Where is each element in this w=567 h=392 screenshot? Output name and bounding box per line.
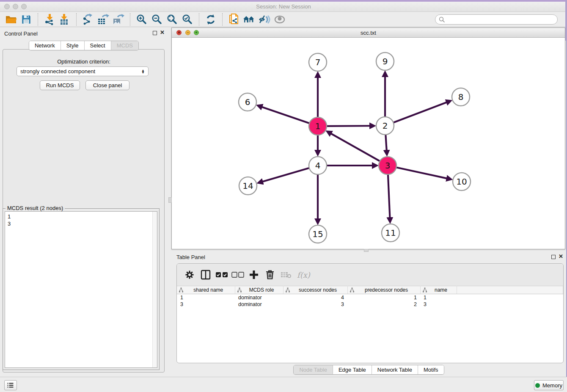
table-toolbar: f(x) — [177, 264, 563, 286]
mcds-result-list[interactable]: 13 — [5, 211, 157, 368]
column-header-MCDS-role[interactable]: MCDS role — [235, 286, 283, 294]
node-label-15: 15 — [312, 229, 323, 239]
criterion-dropdown[interactable]: strongly connected component ▲▼ — [17, 66, 149, 76]
criterion-value: strongly connected component — [20, 68, 95, 75]
node-label-10: 10 — [456, 177, 467, 187]
toolbar-separator — [76, 13, 77, 26]
network-window-titlebar[interactable]: ✕ − + scc.txt — [172, 28, 565, 38]
mcds-result-line: 1 — [8, 213, 154, 220]
unchecked-boxes-icon[interactable] — [231, 268, 245, 282]
toolbar-separator — [222, 13, 223, 26]
cell-predecessor-nodes[interactable]: 1 — [347, 294, 420, 301]
tab-motifs[interactable]: Motifs — [418, 365, 444, 374]
scrollbar-track[interactable] — [152, 212, 157, 367]
titlebar: Session: New Session — [0, 2, 567, 12]
refresh-layout-icon[interactable] — [203, 13, 218, 26]
import-network-icon[interactable] — [42, 13, 57, 26]
eye-disabled-icon — [272, 13, 287, 26]
checked-boxes-icon[interactable] — [215, 268, 228, 282]
table-row[interactable]: 3dominator323 — [177, 301, 563, 308]
node-table: shared nameMCDS rolesuccessor nodesprede… — [177, 286, 563, 308]
close-table-panel-icon[interactable]: ✕ — [559, 254, 563, 259]
cell-shared-name[interactable]: 1 — [177, 294, 235, 301]
tab-network-table[interactable]: Network Table — [372, 365, 418, 374]
tab-edge-table[interactable]: Edge Table — [333, 365, 372, 374]
node-label-8: 8 — [458, 92, 464, 102]
node-label-1: 1 — [315, 121, 321, 131]
delete-column-icon[interactable] — [263, 268, 277, 282]
close-panel-button[interactable]: Close panel — [85, 80, 129, 90]
tab-select[interactable]: Select — [85, 41, 111, 50]
network-canvas[interactable]: 7968124314101511 — [172, 38, 565, 249]
zoom-selected-icon[interactable] — [180, 13, 195, 26]
control-panel: Control Panel ✕ NetworkStyleSelectMCDS O… — [0, 27, 168, 376]
edge-2-3[interactable] — [385, 134, 386, 150]
desktop-edge-top — [0, 0, 567, 2]
open-folder-icon[interactable] — [3, 13, 19, 26]
tab-style[interactable]: Style — [61, 41, 85, 50]
zoom-out-icon[interactable] — [149, 13, 165, 26]
node-label-11: 11 — [385, 228, 396, 238]
attribute-type-icon — [350, 287, 355, 293]
float-panel-icon[interactable] — [153, 31, 157, 35]
edge-3-10[interactable] — [396, 167, 447, 178]
hide-show-icon[interactable] — [257, 13, 272, 26]
column-header-predecessor-nodes[interactable]: predecessor nodes — [347, 286, 420, 294]
cell-MCDS-role[interactable]: dominator — [235, 294, 283, 301]
memory-status-icon — [535, 383, 540, 388]
close-panel-icon[interactable]: ✕ — [160, 30, 165, 36]
function-builder-label: f(x) — [297, 271, 310, 279]
desktop-edge-right — [565, 0, 567, 41]
float-table-panel-icon[interactable] — [551, 255, 556, 259]
edge-1-6[interactable] — [262, 107, 310, 124]
node-label-7: 7 — [315, 57, 321, 67]
tab-network[interactable]: Network — [29, 41, 61, 50]
vertical-splitter-grip[interactable] — [168, 197, 172, 203]
split-columns-icon[interactable] — [199, 268, 212, 282]
settings-gear-icon[interactable] — [183, 268, 196, 282]
edge-3-11[interactable] — [388, 174, 390, 218]
horizontal-splitter-grip[interactable] — [364, 249, 369, 252]
network-graph[interactable]: 7968124314101511 — [172, 38, 565, 249]
search-input[interactable] — [447, 17, 554, 22]
cell-successor-nodes[interactable]: 3 — [283, 301, 347, 308]
cell-shared-name[interactable]: 3 — [177, 301, 235, 308]
cell-name[interactable]: 1 — [420, 294, 457, 301]
main-toolbar — [0, 12, 567, 27]
toolbar-separator — [199, 13, 199, 26]
tab-node-table[interactable]: Node Table — [294, 365, 333, 374]
clone-network-icon[interactable] — [226, 13, 242, 26]
edge-2-8[interactable] — [393, 102, 447, 123]
column-header-shared-name[interactable]: shared name — [177, 286, 235, 294]
node-label-9: 9 — [383, 56, 388, 66]
zoom-in-icon[interactable] — [134, 13, 149, 26]
run-mcds-button[interactable]: Run MCDS — [40, 80, 80, 90]
attribute-type-icon — [179, 287, 184, 293]
edge-4-14[interactable] — [263, 168, 310, 182]
cell-successor-nodes[interactable]: 4 — [283, 294, 347, 301]
cell-name[interactable]: 3 — [420, 301, 457, 308]
show-panels-menu-button[interactable] — [4, 380, 17, 390]
search-box[interactable] — [435, 14, 558, 25]
export-image-icon[interactable] — [111, 13, 126, 26]
tab-mcds[interactable]: MCDS — [111, 41, 138, 50]
mcds-result-line: 3 — [8, 220, 154, 227]
column-header-name[interactable]: name — [420, 286, 457, 294]
zoom-fit-icon[interactable] — [165, 13, 180, 26]
first-neighbors-icon[interactable] — [242, 13, 257, 26]
cell-predecessor-nodes[interactable]: 2 — [347, 301, 420, 308]
export-table-icon[interactable] — [96, 13, 111, 26]
export-network-icon[interactable] — [80, 13, 96, 26]
cell-MCDS-role[interactable]: dominator — [235, 301, 283, 308]
session-title: Session: New Session — [0, 3, 567, 10]
edge-1-2[interactable] — [326, 126, 370, 126]
control-panel-title: Control Panel — [4, 30, 38, 37]
mcds-result-box: MCDS result (2 nodes) 13 — [3, 208, 160, 370]
column-header-successor-nodes[interactable]: successor nodes — [283, 286, 347, 294]
table-row[interactable]: 1dominator411 — [177, 294, 563, 301]
edge-3-1[interactable] — [331, 134, 380, 162]
save-icon[interactable] — [19, 13, 34, 26]
import-table-icon[interactable] — [57, 13, 72, 26]
add-column-icon[interactable] — [247, 268, 261, 282]
memory-button[interactable]: Memory — [534, 380, 564, 390]
